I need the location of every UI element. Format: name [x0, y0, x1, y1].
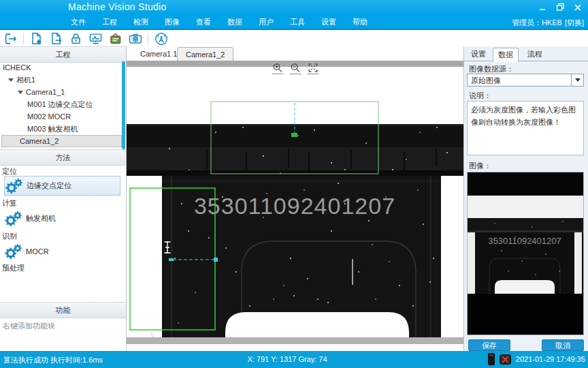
menu-help[interactable]: 帮助 [344, 17, 376, 27]
monitor-waveform-icon [88, 31, 103, 46]
method-item-mocr[interactable]: MOCR [4, 241, 120, 261]
lock-button[interactable] [67, 32, 84, 46]
document-export-icon [49, 31, 64, 46]
tab-data[interactable]: 数据 [493, 48, 519, 62]
document-settings-button[interactable] [28, 32, 45, 46]
minimize-button[interactable] [538, 3, 547, 12]
document-export-button[interactable] [48, 32, 65, 46]
menu-settings[interactable]: 设置 [313, 17, 344, 27]
description-box: 必须为灰度图像，若输入彩色图像则自动转换为灰度图像！ [467, 101, 584, 155]
tree-scrollbar[interactable] [122, 61, 125, 149]
project-tree: ICHECK 相机1 Camera1_1 M001 边缘交点定位 M002 MO… [0, 61, 122, 149]
zoom-out-button[interactable] [289, 62, 301, 74]
tree-item-m003[interactable]: M003 触发相机 [0, 123, 122, 135]
image-source-value: 原始图像 [471, 76, 501, 86]
method-category-locate: 定位 [2, 166, 17, 177]
tree-item-camera1-1[interactable]: Camera1_1 [0, 86, 122, 98]
cancel-button[interactable]: 取消 [542, 339, 584, 351]
zoom-in-button[interactable] [272, 62, 283, 74]
fit-view-icon [308, 63, 318, 73]
minimize-icon [538, 3, 546, 12]
current-user-info: 管理员：HKEB[切换] [509, 18, 584, 28]
demo-board-button[interactable] [107, 32, 124, 46]
fit-view-button[interactable] [307, 62, 318, 74]
run-export-button[interactable] [2, 32, 19, 46]
method-item-trigger-camera[interactable]: 触发相机 [4, 209, 120, 228]
lock-icon [69, 31, 84, 46]
switch-user-link[interactable]: [切换] [565, 18, 584, 27]
window-controls [538, 3, 583, 12]
menu-detection[interactable]: 检测 [125, 17, 157, 27]
roi-guide-start-mark [169, 258, 174, 261]
menu-project[interactable]: 工程 [94, 17, 125, 27]
tab-camera1-2[interactable]: Camera1_2 [177, 47, 233, 61]
camera-button[interactable] [127, 32, 144, 46]
camera-image-canvas[interactable]: 353011092401207 [127, 67, 463, 344]
gears-icon [5, 177, 24, 195]
method-item-edge-intersection[interactable]: 边缘交点定位 [4, 176, 120, 196]
restore-button[interactable] [555, 3, 565, 12]
tree-item-m002[interactable]: M002 MOCR [0, 110, 122, 123]
gears-icon [4, 210, 23, 228]
expand-arrow-icon[interactable] [18, 91, 23, 94]
monitor-button[interactable] [87, 32, 104, 46]
camera-tabs: Camera1 1 Camera1_2 [127, 46, 463, 61]
tree-item-m001[interactable]: M001 边缘交点定位 [0, 98, 122, 110]
close-button[interactable] [573, 3, 583, 12]
expand-arrow-icon[interactable] [8, 78, 14, 82]
left-panel: 工程 ICHECK 相机1 Camera1_1 M001 边缘交点定位 M002… [0, 46, 127, 351]
zoom-in-icon [272, 63, 282, 73]
status-datetime: 2021-01-29 17:49:35 [516, 355, 585, 363]
toolbar-separator [23, 33, 24, 45]
properties-panel: 设置 数据 流程 图像数据源： 原始图像 说明： 必须为灰度图像，若输入彩色图像… [463, 46, 588, 351]
toolbar-separator [148, 33, 148, 45]
menu-bar: 文件 工程 检测 图像 查看 数据 用户 工具 设置 帮助 管理员：HKEB[切… [0, 15, 588, 30]
main-toolbar [0, 31, 588, 47]
tab-divider [464, 61, 588, 61]
connection-error-icon [500, 354, 511, 365]
run-export-icon [3, 31, 18, 46]
method-category-preprocess: 预处理 [2, 263, 24, 273]
status-message: 算法执行成功 执行时间:1.6ms [3, 355, 103, 365]
roi-guide-handle[interactable] [214, 258, 218, 262]
restore-icon [556, 3, 565, 12]
chevron-down-icon [575, 78, 581, 82]
viewer-horizontal-scrollbar[interactable] [127, 337, 463, 344]
tree-item-camera1-2[interactable]: Camera1_2 [1, 135, 122, 147]
antenna-icon [154, 31, 169, 46]
tab-settings[interactable]: 设置 [466, 48, 491, 61]
antenna-button[interactable] [152, 32, 169, 46]
title-bar: Machine Vision Studio [0, 0, 588, 15]
menu-user[interactable]: 用户 [250, 17, 282, 27]
device-icon [488, 353, 495, 365]
image-source-dropdown[interactable]: 原始图像 [467, 74, 584, 87]
document-settings-icon [29, 31, 44, 46]
preview-image: 353011092401207 [468, 172, 583, 335]
demo-board-icon [108, 31, 123, 46]
image-source-label: 图像数据源： [469, 64, 514, 74]
camera-icon [128, 31, 143, 46]
camera-image: 353011092401207 [127, 67, 463, 344]
save-button[interactable]: 保存 [468, 339, 510, 351]
menu-view[interactable]: 查看 [188, 17, 219, 27]
function-hint: 右键添加功能块 [3, 321, 55, 331]
tab-flow[interactable]: 流程 [523, 48, 547, 61]
project-panel-header: 工程 [0, 46, 126, 63]
roi-anchor-handle[interactable] [291, 133, 297, 137]
method-panel-header: 方法 [0, 149, 126, 166]
menu-tools[interactable]: 工具 [282, 17, 313, 27]
function-panel-header: 功能 [0, 302, 126, 318]
user-label: 管理员：HKEB [512, 18, 562, 27]
description-label: 说明： [469, 91, 491, 101]
tree-item-camera-group[interactable]: 相机1 [0, 74, 122, 86]
zoom-out-icon [290, 63, 300, 73]
menu-data[interactable]: 数据 [219, 17, 250, 27]
tree-item-icheck[interactable]: ICHECK [0, 61, 122, 74]
part-serial-number: 353011092401207 [194, 193, 395, 219]
status-bar: 算法执行成功 执行时间:1.6ms X: 791 Y: 1317 Gray: 7… [0, 351, 588, 368]
dropdown-arrow-box[interactable] [571, 74, 583, 86]
menu-image[interactable]: 图像 [157, 17, 188, 27]
status-right-group: 2021-01-29 17:49:35 [488, 353, 585, 365]
menu-file[interactable]: 文件 [63, 17, 94, 27]
image-preview[interactable]: 353011092401207 [467, 172, 584, 335]
